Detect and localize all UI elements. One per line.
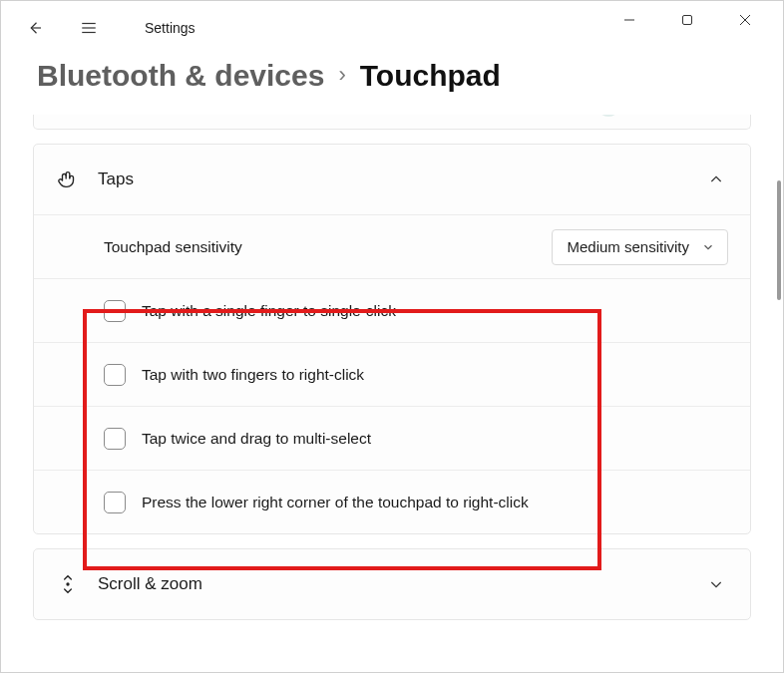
corner-click-label: Press the lower right corner of the touc…: [142, 494, 728, 511]
tap-two-label: Tap with two fingers to right-click: [142, 366, 728, 384]
row-corner-click[interactable]: Press the lower right corner of the touc…: [34, 470, 750, 533]
taps-title: Taps: [98, 169, 686, 189]
checkbox-tap-single[interactable]: [104, 300, 126, 322]
maximize-button[interactable]: [667, 5, 707, 35]
scrollbar[interactable]: [777, 180, 781, 300]
row-tap-two[interactable]: Tap with two fingers to right-click: [34, 342, 750, 406]
menu-button[interactable]: [69, 8, 109, 48]
sensitivity-value: Medium sensitivity: [567, 238, 689, 255]
sensitivity-label: Touchpad sensitivity: [104, 238, 552, 256]
content-area: Cursor speed Taps: [33, 115, 751, 664]
svg-rect-1: [683, 16, 692, 25]
settings-window: Settings Bluetooth & devices › Touchpad …: [0, 0, 784, 673]
row-tap-drag[interactable]: Tap twice and drag to multi-select: [34, 406, 750, 470]
panel-cursor-speed[interactable]: Cursor speed: [33, 115, 751, 130]
window-controls: [609, 1, 783, 39]
breadcrumb-current: Touchpad: [360, 59, 501, 92]
back-button[interactable]: [15, 8, 55, 48]
sensitivity-dropdown[interactable]: Medium sensitivity: [552, 229, 728, 265]
chevron-down-icon: [704, 572, 728, 596]
breadcrumb: Bluetooth & devices › Touchpad: [1, 49, 783, 102]
scroll-icon: [56, 572, 80, 596]
tap-drag-label: Tap twice and drag to multi-select: [142, 430, 728, 448]
checkbox-corner-click[interactable]: [104, 492, 126, 513]
tap-single-label: Tap with a single finger to single-click: [142, 302, 728, 320]
row-tap-single[interactable]: Tap with a single finger to single-click: [34, 278, 750, 342]
panel-taps: Taps Touchpad sensitivity Medium sensiti…: [33, 144, 751, 534]
cursor-icon: [56, 115, 80, 117]
panel-scroll-zoom[interactable]: Scroll & zoom: [33, 548, 751, 620]
svg-point-8: [67, 583, 69, 585]
minimize-button[interactable]: [609, 5, 649, 35]
chevron-up-icon: [704, 168, 728, 191]
app-title: Settings: [145, 20, 196, 36]
checkbox-tap-two[interactable]: [104, 364, 126, 386]
row-sensitivity: Touchpad sensitivity Medium sensitivity: [34, 214, 750, 278]
panel-taps-header[interactable]: Taps: [34, 145, 750, 214]
chevron-right-icon: ›: [336, 63, 347, 87]
checkbox-tap-drag[interactable]: [104, 428, 126, 450]
close-button[interactable]: [725, 5, 765, 35]
scroll-zoom-title: Scroll & zoom: [98, 574, 686, 594]
tap-icon: [56, 168, 80, 191]
breadcrumb-parent[interactable]: Bluetooth & devices: [37, 59, 324, 92]
